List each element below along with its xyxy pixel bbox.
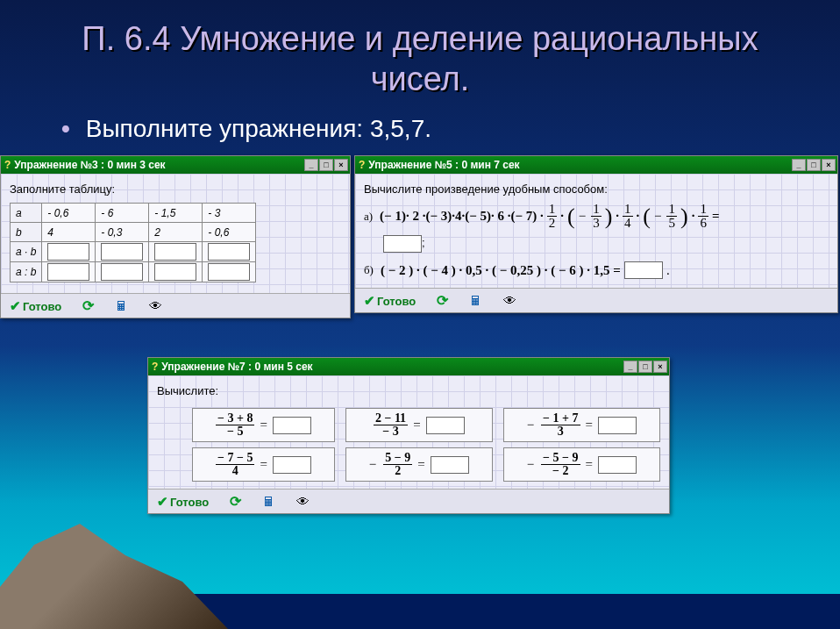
- answer-input[interactable]: [208, 243, 250, 261]
- answer-input[interactable]: [154, 263, 196, 281]
- table-row: a : b: [11, 262, 256, 282]
- table-row: b 4 - 0,3 2 - 0,6: [11, 223, 256, 242]
- equation-b: б) ( − 2 ) · ( − 4 ) · 0,5 · ( − 0,25 ) …: [364, 261, 829, 279]
- data-table: a - 0,6 - 6 - 1,5 - 3 b 4 - 0,3 2 - 0,6 …: [10, 203, 256, 282]
- table-row: a · b: [11, 242, 256, 262]
- answer-input[interactable]: [598, 456, 637, 474]
- answer-input[interactable]: [47, 263, 89, 281]
- answer-input[interactable]: [624, 261, 663, 279]
- ready-button[interactable]: ✔Готово: [157, 494, 209, 510]
- close-button[interactable]: ×: [334, 159, 348, 171]
- fraction-cell: −− 5 − 9− 2=: [503, 447, 660, 482]
- equation-a: а) (− 1)· 2 ·(− 3)·4·(− 5)· 6 ·(− 7) · 1…: [364, 203, 829, 230]
- prompt-text: Вычислите произведение удобным способом:: [364, 182, 829, 196]
- row-header: a · b: [11, 242, 42, 262]
- ready-button[interactable]: ✔Готово: [10, 298, 61, 314]
- maximize-button[interactable]: □: [319, 159, 333, 171]
- window-footer: ✔Готово ⟳ 🖩 👁: [1, 293, 350, 318]
- table-row: a - 0,6 - 6 - 1,5 - 3: [11, 204, 256, 223]
- window-title: Упражнение №5 : 0 мин 7 сек: [368, 159, 519, 171]
- prompt-text: Вычислите:: [157, 384, 660, 397]
- titlebar[interactable]: ? Упражнение №7 : 0 мин 5 сек _ □ ×: [148, 358, 669, 375]
- answer-input[interactable]: [426, 417, 465, 434]
- answer-input[interactable]: [101, 263, 143, 281]
- maximize-button[interactable]: □: [807, 159, 821, 171]
- slide-bullet: • Выполните упражнения: 3,5,7.: [0, 108, 840, 155]
- exercise-3-window: ? Упражнение №3 : 0 мин 3 сек _ □ × Запо…: [0, 155, 351, 318]
- eye-icon[interactable]: 👁: [503, 293, 516, 308]
- answer-input[interactable]: [208, 263, 250, 281]
- fraction-cell: 2 − 11− 3=: [345, 408, 493, 442]
- refresh-icon[interactable]: ⟳: [82, 297, 94, 314]
- exercise-7-window: ? Упражнение №7 : 0 мин 5 сек _ □ × Вычи…: [147, 357, 670, 514]
- exercise-5-window: ? Упражнение №5 : 0 мин 7 сек _ □ × Вычи…: [354, 155, 838, 313]
- answer-input[interactable]: [101, 243, 143, 261]
- row-header: b: [11, 223, 42, 242]
- maximize-button[interactable]: □: [638, 361, 652, 373]
- refresh-icon[interactable]: ⟳: [437, 292, 448, 309]
- answer-input[interactable]: [383, 235, 422, 253]
- slide-title: П. 6.4 Умножение и деление рациональных …: [0, 0, 840, 108]
- prompt-text: Заполните таблицу:: [10, 182, 341, 196]
- calculator-icon[interactable]: 🖩: [115, 298, 128, 313]
- answer-input[interactable]: [273, 456, 311, 474]
- answer-input[interactable]: [154, 243, 196, 261]
- minimize-button[interactable]: _: [304, 159, 318, 171]
- fraction-cell: −− 1 + 73=: [503, 408, 660, 442]
- eye-icon[interactable]: 👁: [296, 494, 310, 509]
- help-icon: ?: [359, 159, 365, 171]
- fraction-cell: − 3 + 8− 5=: [192, 408, 335, 442]
- bullet-icon: •: [61, 115, 70, 143]
- answer-input[interactable]: [273, 417, 311, 434]
- window-title: Упражнение №3 : 0 мин 3 сек: [14, 159, 165, 171]
- close-button[interactable]: ×: [653, 361, 667, 373]
- calculator-icon[interactable]: 🖩: [262, 494, 275, 509]
- fraction-cell: −5 − 92=: [345, 447, 493, 482]
- calculator-icon[interactable]: 🖩: [469, 293, 482, 308]
- window-title: Упражнение №7 : 0 мин 5 сек: [161, 361, 312, 373]
- titlebar[interactable]: ? Упражнение №5 : 0 мин 7 сек _ □ ×: [355, 156, 837, 174]
- help-icon: ?: [4, 159, 11, 171]
- window-footer: ✔Готово ⟳ 🖩 👁: [355, 288, 837, 312]
- minimize-button[interactable]: _: [623, 361, 637, 373]
- check-icon: ✔: [157, 494, 168, 509]
- fraction-cell: − 7 − 54=: [192, 447, 335, 482]
- row-header: a : b: [11, 262, 42, 282]
- check-icon: ✔: [364, 293, 375, 308]
- bullet-text: Выполните упражнения: 3,5,7.: [86, 115, 431, 143]
- help-icon: ?: [152, 361, 158, 373]
- close-button[interactable]: ×: [822, 159, 836, 171]
- ready-button[interactable]: ✔Готово: [364, 293, 416, 309]
- refresh-icon[interactable]: ⟳: [230, 493, 241, 510]
- eye-icon[interactable]: 👁: [149, 298, 162, 313]
- window-footer: ✔Готово ⟳ 🖩 👁: [148, 489, 669, 513]
- row-header: a: [11, 204, 42, 223]
- minimize-button[interactable]: _: [792, 159, 806, 171]
- titlebar[interactable]: ? Упражнение №3 : 0 мин 3 сек _ □ ×: [1, 156, 350, 174]
- fraction-grid: − 3 + 8− 5=2 − 11− 3=−− 1 + 73=− 7 − 54=…: [192, 404, 660, 485]
- check-icon: ✔: [10, 298, 21, 313]
- answer-input[interactable]: [431, 456, 469, 474]
- answer-input[interactable]: [47, 243, 89, 261]
- answer-input[interactable]: [598, 417, 637, 434]
